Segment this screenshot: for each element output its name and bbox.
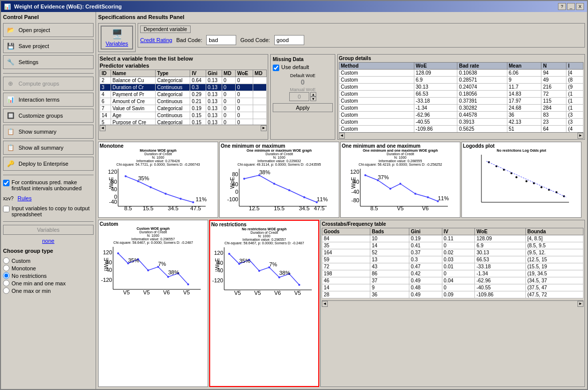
group-details-row[interactable]: Custom -109.86 0.5625 51 64 (4 xyxy=(339,126,583,133)
group-details-row[interactable]: Custom 66.53 0.18056 14.83 72 (1 xyxy=(339,91,583,98)
settings-button[interactable]: 🔧 Settings xyxy=(3,55,94,69)
predictor-table-row[interactable]: 6 Amount of Cre Continuous 0.21 0.13 0 0 xyxy=(100,98,267,105)
ct-scrollbar[interactable]: ◄ ► xyxy=(322,300,583,306)
gd-method-cell: Custom xyxy=(339,112,414,119)
group-details-row[interactable]: Custom -33.18 0.37391 17.97 115 (1 xyxy=(339,98,583,105)
gd-i-cell: (1 xyxy=(566,98,583,105)
pred-woe-cell: 0 xyxy=(235,91,253,98)
svg-text:15.5: 15.5 xyxy=(143,205,153,211)
svg-text:38%: 38% xyxy=(168,269,179,275)
interaction-terms-button[interactable]: 📊 Interaction terms xyxy=(3,93,94,107)
predictor-table-row[interactable]: 5 Purpose of Cre Categorical 0.15 0.13 0… xyxy=(100,119,267,125)
bad-code-input[interactable] xyxy=(206,35,236,45)
radio-monotone-input[interactable] xyxy=(3,265,10,271)
variables-btn-left[interactable]: Variables xyxy=(3,225,94,235)
pred-scrollbar[interactable]: ◄ ► xyxy=(100,125,267,131)
crosstab-row[interactable]: 35 14 0.41 0 6.9 (8.5, 9.5 xyxy=(322,242,583,249)
apply-button[interactable]: Apply xyxy=(273,103,333,112)
group-details-row[interactable]: Custom 30.13 0.24074 11.7 216 (9 xyxy=(339,84,583,91)
gd-n-cell: 49 xyxy=(541,77,566,84)
predictor-section: Select a variable from the list below Pr… xyxy=(98,54,268,140)
spin-up-btn[interactable]: ▲ xyxy=(310,92,316,97)
save-project-button[interactable]: 💾 Save project xyxy=(3,39,94,53)
show-summary-button[interactable]: 📋 Show summary xyxy=(3,125,94,139)
variables-button[interactable]: 🖥️ Variables xyxy=(101,26,133,50)
custom-chart-box: Custom Custom WOE graph Duration of Cred… xyxy=(98,220,208,387)
radio-no-restrictions-input[interactable] xyxy=(3,272,10,279)
gd-scrollbar[interactable]: ◄ ► xyxy=(339,132,583,138)
close-button[interactable]: X xyxy=(576,3,584,10)
svg-text:7%: 7% xyxy=(158,261,166,267)
scroll-left-arrow[interactable]: ◄ xyxy=(100,125,106,131)
crosstab-row[interactable]: 84 10 0.19 0.11 128.09 [4, 8.5] xyxy=(322,235,583,242)
monotone-chart-area: 120 80 40 0 -40 8.5 15.5 34.5 47.5 xyxy=(100,166,217,216)
crosstab-row[interactable]: 46 37 0.49 0.04 -62.96 (34.5, 37 xyxy=(322,277,583,284)
minimize-button[interactable]: _ xyxy=(567,3,575,10)
pred-md-cell: 0 xyxy=(222,105,235,112)
ct-woe-cell: -40.55 xyxy=(475,284,525,291)
ct-goods-cell: 35 xyxy=(322,242,370,249)
pred-id-cell: 3 xyxy=(100,84,111,91)
spin-down-btn[interactable]: ▼ xyxy=(310,97,316,101)
radio-one-max-min-input[interactable] xyxy=(3,287,10,294)
deploy-enterprise-button[interactable]: 🔑 Deploy to Enterprise xyxy=(3,157,94,171)
show-all-summary-button[interactable]: 📋 Show all summary xyxy=(3,141,94,155)
pred-gini-cell: 0.13 xyxy=(206,98,222,105)
no-restrictions-chart-box[interactable]: No restrictions No restrictions WOE grap… xyxy=(209,220,319,387)
scroll-right-arrow[interactable]: ► xyxy=(261,125,267,131)
gd-woe-cell: 128.09 xyxy=(414,70,457,77)
predictor-table-row[interactable]: 2 Balance of Cu Categorical 0.64 0.13 0 … xyxy=(100,77,267,84)
ct-goods-cell: 46 xyxy=(322,277,370,284)
pred-section-title: Select a variable from the list below xyxy=(100,56,267,62)
predictor-table-row[interactable]: 7 Value of Savin Categorical 0.19 0.13 0… xyxy=(100,105,267,112)
gd-method-cell: Custom xyxy=(339,98,414,105)
predictor-table-row[interactable]: 3 Duration of Cr Continuous 0.3 0.13 0 0 xyxy=(100,84,267,91)
svg-text:WoE: WoE xyxy=(103,257,109,269)
rules-link[interactable]: Rules xyxy=(16,194,34,202)
title-bar-controls[interactable]: ? _ X xyxy=(558,3,584,10)
good-code-input[interactable] xyxy=(274,35,304,45)
predictor-table-row[interactable]: 14 Age Continuous 0.15 0.13 0 0 xyxy=(100,112,267,119)
group-details-row[interactable]: Custom -1.34 0.30282 24.68 284 (1 xyxy=(339,105,583,112)
crosstab-row[interactable]: 72 43 0.47 0.01 -33.18 (15.5, 19 xyxy=(322,263,583,270)
gd-col-i: I xyxy=(566,63,583,70)
help-button[interactable]: ? xyxy=(558,3,566,10)
one-min-max-chart-info: Information value: 0.229832 xyxy=(221,159,338,163)
radio-one-min-max: One min and one max xyxy=(3,279,94,287)
ct-col-bounds: Bounda xyxy=(525,228,583,235)
compute-groups-button[interactable]: ⊕ Compute groups xyxy=(3,77,94,91)
open-project-button[interactable]: 📂 Open project xyxy=(3,23,94,37)
crosstab-row[interactable]: 198 86 0.42 0 -1.34 (19, 34.5 xyxy=(322,270,583,277)
group-details-row[interactable]: Custom -40.55 0.3913 42.13 23 (3 xyxy=(339,119,583,126)
crosstab-table: Goods Bads Gini IV WoE Bounda 84 10 xyxy=(322,228,583,298)
group-details-row[interactable]: Custom -62.96 0.44578 36 83 (3 xyxy=(339,112,583,119)
group-details-table: Method WoE Bad rate Mean N I Custom xyxy=(339,62,583,132)
continuous-pred-checkbox[interactable] xyxy=(3,180,10,186)
middle-section: Select a variable from the list below Pr… xyxy=(98,54,585,140)
ct-scroll-right[interactable]: ► xyxy=(577,301,583,307)
radio-custom-input[interactable] xyxy=(3,257,10,264)
crosstab-row[interactable]: 59 13 0.3 0.03 66.53 (12.5, 15 xyxy=(322,256,583,263)
gd-method-cell: Custom xyxy=(339,84,414,91)
crosstab-row[interactable]: 164 52 0.37 0.02 30.13 (9.5, 12. xyxy=(322,249,583,256)
use-default-checkbox[interactable] xyxy=(273,65,279,71)
group-details-row[interactable]: Custom 128.09 0.10638 6.06 94 [4 xyxy=(339,70,583,77)
none-text[interactable]: none xyxy=(3,237,94,245)
svg-point-65 xyxy=(525,180,527,182)
predictor-table-row[interactable]: 4 Payment of Pr Categorical 0.29 0.13 0 … xyxy=(100,91,267,98)
no-restrictions-chart-label: No restrictions xyxy=(211,222,317,227)
input-variables-checkbox[interactable] xyxy=(3,206,10,212)
group-details-row[interactable]: Custom 6.9 0.28571 9 49 (8 xyxy=(339,77,583,84)
gd-method-cell: Custom xyxy=(339,105,414,112)
svg-text:15.5: 15.5 xyxy=(274,205,284,211)
customize-groups-button[interactable]: 🔲 Customize groups xyxy=(3,109,94,123)
gd-mean-cell: 11.7 xyxy=(507,84,541,91)
crosstab-row[interactable]: 28 36 0.49 0.09 -109.86 (47.5, 72 xyxy=(322,291,583,298)
radio-one-min-max-input[interactable] xyxy=(3,280,10,286)
manual-woe-input[interactable] xyxy=(289,92,309,101)
gd-scroll-left[interactable]: ◄ xyxy=(339,133,345,139)
gd-scroll-right[interactable]: ► xyxy=(577,133,583,139)
svg-text:WoE: WoE xyxy=(108,177,114,189)
ct-scroll-left[interactable]: ◄ xyxy=(322,301,328,307)
crosstab-row[interactable]: 14 9 0.48 0 -40.55 (37.5, 47 xyxy=(322,284,583,291)
